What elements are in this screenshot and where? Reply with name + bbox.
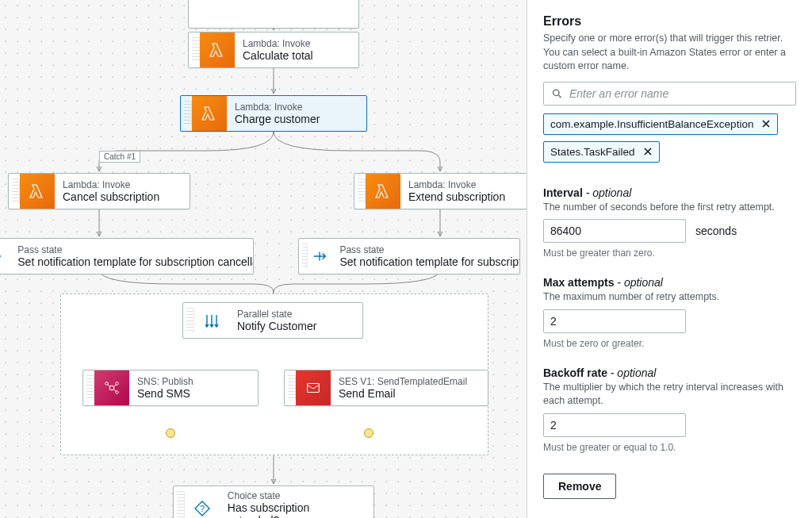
- node-type-label: SES V1: SendTemplatedEmail: [339, 376, 467, 387]
- close-icon[interactable]: [643, 147, 653, 156]
- node-type-label: Lambda: Invoke: [408, 179, 505, 190]
- workflow-node-extend-subscription[interactable]: Lambda: Invoke Extend subscription: [354, 173, 527, 209]
- node-type-label: Choice state: [228, 490, 364, 501]
- max-attempts-constraint: Must be zero or greater.: [543, 338, 796, 349]
- error-token-label: com.example.InsufficientBalanceException: [550, 118, 753, 130]
- workflow-node-notify-customer[interactable]: Parallel state Notify Customer: [182, 302, 363, 339]
- node-type-label: Lambda: Invoke: [63, 179, 159, 190]
- backoff-hint: The multiplier by which the retry interv…: [543, 381, 796, 409]
- drag-handle-icon[interactable]: [302, 244, 308, 269]
- error-token[interactable]: com.example.InsufficientBalanceException: [543, 113, 778, 135]
- svg-point-0: [109, 386, 114, 390]
- interval-label: Interval - optional: [543, 186, 796, 199]
- node-title: Send Email: [339, 387, 467, 400]
- workflow-node-send-email[interactable]: SES V1: SendTemplatedEmail Send Email: [284, 370, 488, 406]
- node-title: Calculate total: [243, 49, 313, 62]
- interval-constraint: Must be greater than zero.: [543, 247, 796, 259]
- drag-handle-icon[interactable]: [184, 101, 192, 126]
- node-title: Cancel subscription: [63, 190, 159, 203]
- drag-handle-icon[interactable]: [358, 178, 366, 204]
- errors-section-desc: Specify one or more error(s) that will t…: [543, 32, 796, 74]
- drag-handle-icon[interactable]: [177, 491, 185, 518]
- node-title: Notify Customer: [237, 320, 316, 332]
- interval-unit: seconds: [695, 224, 737, 237]
- remove-button[interactable]: Remove: [543, 474, 616, 499]
- drag-handle-icon[interactable]: [192, 37, 200, 63]
- workflow-node-partial-top[interactable]: [188, 0, 359, 29]
- parallel-icon: [194, 303, 229, 338]
- svg-text:?: ?: [200, 504, 205, 513]
- interval-input[interactable]: [543, 219, 686, 243]
- pass-icon: [308, 239, 331, 274]
- node-title: Set notification template for subscripti…: [17, 255, 243, 268]
- choice-icon: ?: [185, 486, 220, 518]
- node-title: Send SMS: [137, 387, 193, 400]
- catch-branch-label: Catch #1: [99, 151, 140, 163]
- branch-end-dot: [364, 428, 373, 438]
- workflow-node-charge-customer[interactable]: Lambda: Invoke Charge customer: [180, 95, 367, 132]
- lambda-icon: [192, 96, 227, 131]
- errors-section-title: Errors: [543, 14, 796, 29]
- lambda-icon: [20, 174, 55, 209]
- svg-rect-4: [308, 384, 320, 393]
- backoff-constraint: Must be greater or equal to 1.0.: [543, 442, 796, 453]
- node-type-label: Parallel state: [237, 309, 316, 320]
- drag-handle-icon[interactable]: [288, 375, 296, 401]
- max-attempts-label: Max attempts - optional: [543, 276, 796, 289]
- search-icon: [551, 87, 563, 99]
- ses-icon: [296, 370, 331, 405]
- svg-point-6: [553, 90, 560, 96]
- workflow-node-cancel-subscription[interactable]: Lambda: Invoke Cancel subscription: [8, 173, 190, 209]
- drag-handle-icon[interactable]: [86, 375, 94, 401]
- node-type-label: Pass state: [17, 244, 243, 255]
- config-sidebar: Errors Specify one or more error(s) that…: [527, 0, 812, 518]
- lambda-icon: [366, 174, 400, 209]
- backoff-label: Backoff rate - optional: [543, 366, 796, 379]
- lambda-icon: [200, 33, 235, 67]
- backoff-input[interactable]: [543, 413, 686, 437]
- node-title: Set notification template for subscripti…: [339, 255, 510, 268]
- error-token-label: States.TaskFailed: [550, 146, 635, 158]
- workflow-canvas[interactable]: Lambda: Invoke Calculate total Lambda: I…: [0, 0, 527, 518]
- workflow-node-choice[interactable]: ? Choice state Has subscription extended…: [173, 485, 374, 518]
- node-type-label: Lambda: Invoke: [243, 38, 313, 49]
- sns-icon: [94, 370, 129, 405]
- workflow-node-send-sms[interactable]: SNS: Publish Send SMS: [82, 370, 259, 406]
- max-attempts-hint: The maximum number of retry attempts.: [543, 290, 796, 305]
- workflow-node-pass-cancel[interactable]: Pass state Set notification template for…: [0, 238, 254, 274]
- branch-end-dot: [166, 428, 175, 438]
- pass-icon: [0, 239, 10, 274]
- node-title: Has subscription extended?: [228, 501, 364, 518]
- error-token[interactable]: States.TaskFailed: [543, 141, 660, 163]
- close-icon[interactable]: [761, 119, 771, 129]
- node-type-label: Pass state: [339, 244, 510, 255]
- node-title: Extend subscription: [408, 190, 505, 203]
- max-attempts-input[interactable]: [543, 309, 686, 333]
- node-type-label: SNS: Publish: [137, 376, 193, 387]
- workflow-node-calculate-total[interactable]: Lambda: Invoke Calculate total: [188, 32, 359, 68]
- drag-handle-icon[interactable]: [186, 308, 194, 333]
- interval-hint: The number of seconds before the first r…: [543, 201, 796, 215]
- node-type-label: Lambda: Invoke: [235, 102, 320, 113]
- workflow-node-pass-extend[interactable]: Pass state Set notification template for…: [298, 238, 520, 274]
- error-name-input[interactable]: [543, 82, 796, 106]
- node-title: Charge customer: [235, 113, 320, 125]
- drag-handle-icon[interactable]: [12, 178, 20, 204]
